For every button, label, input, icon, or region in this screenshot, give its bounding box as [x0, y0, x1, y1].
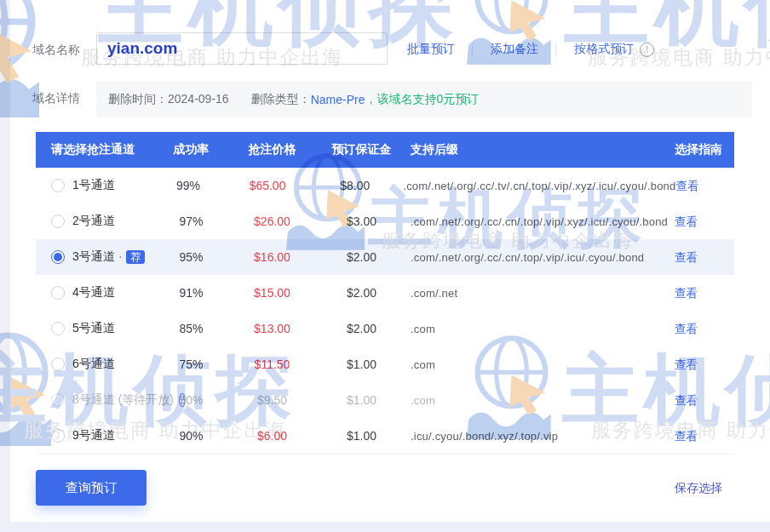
header-channel: 请选择抢注通道 — [36, 142, 159, 157]
supported-suffixes: .com — [402, 358, 675, 371]
channel-radio[interactable] — [51, 322, 65, 335]
channel-label: 9号通道 — [72, 428, 115, 443]
grab-price: $11.50 — [223, 358, 321, 371]
success-rate: 95% — [159, 250, 223, 264]
domain-details-bar: 删除时间：2024-09-16 删除类型： Name-Pre ，该域名支持0元预… — [96, 81, 752, 117]
deposit: $1.00 — [321, 393, 402, 407]
format-reserve-link[interactable]: 按格式预订 — [574, 42, 634, 57]
divider: │ — [469, 43, 476, 56]
success-rate: 99% — [157, 179, 219, 192]
supported-suffixes: .com — [402, 323, 675, 335]
channel-label: 4号通道 — [72, 285, 115, 300]
deposit: $3.00 — [321, 215, 402, 228]
table-row[interactable]: 1号通道 · ? 99% $65.00 $8.00 .com/.net/.org… — [36, 168, 734, 203]
header-deposit: 预订保证金 — [321, 142, 402, 157]
view-link[interactable]: 查看 — [675, 323, 698, 335]
channel-label: 3号通道 — [72, 249, 115, 265]
deposit: $2.00 — [321, 286, 402, 300]
view-link[interactable]: 查看 — [675, 287, 698, 300]
supported-suffixes: .com/.net — [402, 287, 675, 300]
bottom-strip — [0, 522, 770, 532]
top-action-links: 批量预订 │ 添加备注 │ 按格式预订 ! — [407, 42, 654, 57]
deposit: $1.00 — [321, 429, 402, 443]
table-body: 1号通道 · ? 99% $65.00 $8.00 .com/.net/.org… — [36, 168, 734, 454]
save-selection-link[interactable]: 保存选择 — [675, 481, 722, 496]
domain-name-label: 域名名称 — [32, 43, 80, 58]
grab-price: $16.00 — [223, 250, 321, 264]
zero-cost-note: ，该域名支持0元预订 — [365, 92, 479, 107]
view-link[interactable]: 查看 — [675, 215, 698, 228]
table-header-row: 请选择抢注通道 成功率 抢注价格 预订保证金 支持后缀 选择指南 — [36, 132, 734, 168]
channel-label: 6号通道 — [72, 357, 115, 372]
view-link[interactable]: 查看 — [675, 430, 698, 443]
batch-reserve-link[interactable]: 批量预订 — [407, 42, 455, 57]
delete-type-label: 删除类型： — [251, 92, 311, 107]
recommend-badge: 荐 — [126, 250, 145, 264]
channel-radio[interactable] — [51, 250, 65, 264]
table-row[interactable]: 2号通道 · ? 97% $26.00 $3.00 .com/.net/.org… — [36, 203, 734, 239]
channel-radio[interactable] — [51, 215, 65, 228]
table-row[interactable]: 4号通道 · ? 91% $15.00 $2.00 .com/.net 查看 — [36, 275, 734, 311]
header-suffixes: 支持后缀 — [402, 142, 675, 157]
grab-price: $65.00 — [220, 179, 316, 192]
supported-suffixes: .icu/.cyou/.bond/.xyz/.top/.vip — [402, 430, 675, 443]
view-link[interactable]: 查看 — [675, 251, 698, 264]
header-success-rate: 成功率 — [159, 142, 223, 157]
content-card: 域名名称 批量预订 │ 添加备注 │ 按格式预订 ! 域名详情 删除时间：202… — [10, 0, 770, 522]
success-rate: 85% — [159, 322, 223, 335]
info-icon[interactable]: ! — [640, 43, 654, 57]
deposit: $8.00 — [315, 179, 394, 192]
deposit: $1.00 — [321, 358, 402, 371]
channel-radio[interactable] — [51, 429, 65, 443]
divider: │ — [553, 43, 560, 56]
badge-dot: · — [118, 249, 123, 265]
table-bottom-divider — [36, 454, 734, 455]
query-reserve-button[interactable]: 查询预订 — [36, 470, 147, 506]
view-link[interactable]: 查看 — [675, 180, 698, 192]
delete-type-value: Name-Pre — [311, 93, 365, 106]
table-row[interactable]: 3号通道 · 荐 ? 95% $16.00 $2.00 .com/.net/.o… — [36, 239, 734, 275]
channel-label: 2号通道 — [72, 214, 115, 229]
header-guide: 选择指南 — [675, 142, 734, 157]
supported-suffixes: .com/.net/.org/.cc/.cn/.top/.vip/.icu/.c… — [402, 251, 675, 264]
table-row[interactable]: 5号通道 · ? 85% $13.00 $2.00 .com 查看 — [36, 311, 734, 346]
grab-price: $26.00 — [223, 215, 321, 228]
deposit: $2.00 — [321, 250, 402, 264]
channel-radio[interactable] — [51, 179, 65, 192]
table-row[interactable]: 6号通道 · ? 75% $11.50 $1.00 .com 查看 — [36, 346, 734, 382]
success-rate: 50% — [159, 393, 223, 407]
supported-suffixes: .com — [402, 394, 675, 407]
supported-suffixes: .com/.net/.org/.cc/.tv/.cn/.top/.vip/.xy… — [394, 180, 675, 192]
view-link[interactable]: 查看 — [675, 358, 698, 371]
table-row[interactable]: 9号通道 · ? 90% $6.00 $1.00 .icu/.cyou/.bon… — [36, 418, 734, 454]
page: 域名名称 批量预订 │ 添加备注 │ 按格式预订 ! 域名详情 删除时间：202… — [0, 0, 770, 532]
channel-radio[interactable] — [51, 393, 65, 407]
deposit: $2.00 — [321, 322, 402, 335]
table-row[interactable]: 8号通道 (等待开放) · ? 50% $9.50 $1.00 .com 查看 — [36, 382, 734, 418]
delete-time-text: 删除时间：2024-09-16 — [108, 92, 229, 107]
channel-table: 请选择抢注通道 成功率 抢注价格 预订保证金 支持后缀 选择指南 1号通道 · … — [36, 132, 734, 454]
success-rate: 75% — [159, 358, 223, 371]
view-link[interactable]: 查看 — [675, 394, 698, 407]
supported-suffixes: .com/.net/.org/.cc/.cn/.top/.vip/.xyz/.i… — [402, 215, 675, 228]
add-note-link[interactable]: 添加备注 — [491, 42, 538, 57]
success-rate: 90% — [159, 429, 223, 443]
channel-radio[interactable] — [51, 358, 65, 371]
header-price: 抢注价格 — [223, 142, 321, 157]
channel-radio[interactable] — [51, 286, 65, 300]
success-rate: 97% — [159, 215, 223, 228]
grab-price: $9.50 — [223, 393, 321, 407]
grab-price: $13.00 — [223, 322, 321, 335]
channel-label: 5号通道 — [72, 321, 115, 336]
grab-price: $6.00 — [223, 429, 321, 443]
channel-label: 1号通道 — [72, 178, 115, 193]
grab-price: $15.00 — [223, 286, 321, 300]
success-rate: 91% — [159, 286, 223, 300]
domain-details-label: 域名详情 — [32, 91, 80, 106]
domain-name-input[interactable] — [96, 32, 388, 65]
